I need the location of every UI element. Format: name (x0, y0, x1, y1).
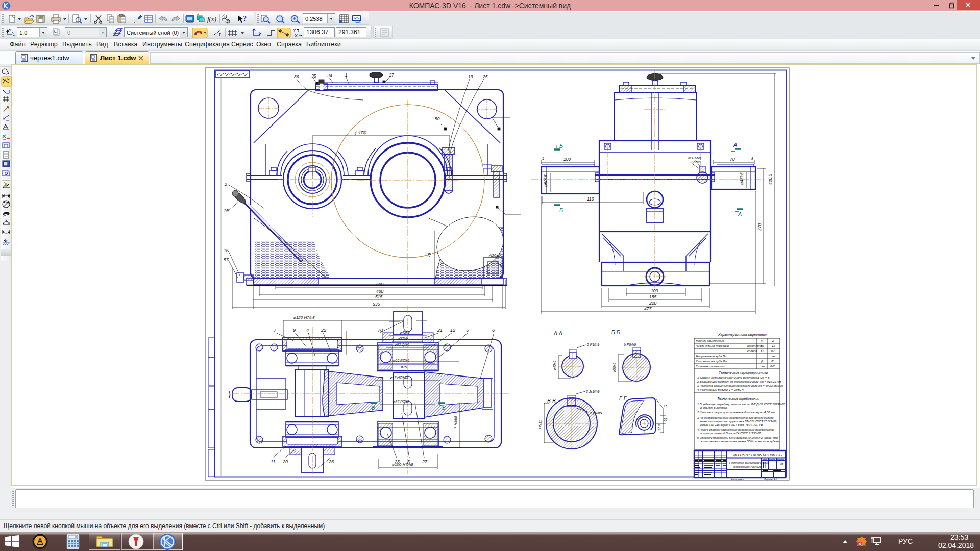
svg-text:А: А (738, 211, 742, 217)
svg-text:ø50k6: ø50k6 (543, 174, 548, 187)
svg-text:21: 21 (437, 328, 443, 333)
svg-text:2: 2 (227, 20, 229, 23)
svg-text:78: 78 (378, 328, 383, 333)
svg-text:4: 4 (306, 328, 309, 333)
svg-text:покрыть смазкой Литол-24 ГОСТ: покрыть смазкой Литол-24 ГОСТ 21150-87. (700, 432, 762, 435)
svg-text:535: 535 (373, 302, 380, 307)
svg-text:1 В зубчатую передачу залить: 1 В зубчатую передачу залить масло И-Т-Д… (697, 403, 786, 406)
svg-text:одноступенчатый: одноступенчатый (733, 465, 762, 468)
svg-text:16: 16 (224, 248, 229, 253)
svg-text:Технические характеристики: Технические характеристики (719, 371, 768, 375)
svg-text:110: 110 (587, 196, 594, 202)
svg-text:в объеме 6 литров.: в объеме 6 литров. (700, 406, 728, 409)
svg-text:1 Общее передаточное число ре: 1 Общее передаточное число редуктора Uр … (697, 375, 770, 379)
svg-text:m: m (761, 339, 763, 342)
svg-text:35: 35 (311, 73, 316, 79)
svg-text:нанести покрытие: грунтовка ГФ: нанести покрытие: грунтовка ГФ-021 ГОСТ … (700, 420, 777, 423)
svg-text:Направление зуба Вл.: Направление зуба Вл. (696, 355, 727, 358)
svg-text:b P9/h9: b P9/h9 (624, 343, 636, 346)
svg-text:57: 57 (224, 257, 229, 262)
svg-text:Редуктор цилиндрический: Редуктор цилиндрический (729, 461, 769, 464)
svg-text:70: 70 (730, 157, 735, 162)
svg-text:600: 600 (376, 282, 383, 287)
svg-text:X: X (295, 33, 298, 38)
svg-text:2: 2 (224, 182, 227, 187)
svg-text:25: 25 (482, 74, 488, 79)
svg-text:2 Вращающий момент на тихоход: 2 Вращающий момент на тихоходном валу Тт… (697, 380, 781, 383)
svg-text:0°: 0° (771, 360, 774, 363)
svg-text:Б: Б (559, 207, 563, 213)
svg-text:3 Js9/h9: 3 Js9/h9 (586, 390, 600, 393)
svg-text:Степень точности: Степень точности (696, 365, 725, 368)
svg-text:1: 1 (345, 72, 348, 78)
svg-text:15: 15 (664, 404, 668, 408)
svg-text:4 Перед сборкой зацепления по: 4 Перед сборкой зацепления посадочные по… (697, 428, 774, 431)
svg-text:ø65 P7/k6: ø65 P7/k6 (393, 359, 409, 362)
svg-text:50: 50 (435, 116, 440, 121)
svg-text:515: 515 (375, 294, 382, 299)
svg-text:Технические требования: Технические требования (717, 397, 760, 401)
svg-text:В: В (372, 405, 375, 411)
svg-text:ø75: ø75 (401, 365, 407, 369)
svg-text:5 Обкатку проводить без нагру: 5 Обкатку проводить без нагрузки не мене… (697, 436, 778, 439)
svg-text:КП.05.01.04.06.00 000 СБ: КП.05.01.04.06.00 000 СБ (733, 453, 782, 457)
svg-text:100: 100 (651, 288, 658, 293)
svg-text:ø52h9: ø52h9 (398, 337, 408, 340)
svg-text:сб: сб (780, 462, 784, 465)
svg-text:ø45к6: ø45к6 (553, 361, 556, 370)
svg-text:Б: Б (559, 143, 563, 149)
svg-text:В: В (442, 405, 446, 411)
svg-text:А: А (733, 142, 737, 148)
svg-text:ø50к6: ø50к6 (612, 363, 616, 372)
svg-text:β: β (761, 360, 763, 363)
svg-text:ø100 H7/h8: ø100 H7/h8 (392, 462, 413, 467)
svg-text:2 Щелочность распространения: 2 Щелочность распространения болтов чере… (697, 411, 775, 414)
svg-text:19: 19 (468, 74, 473, 79)
svg-text:2: 2 (772, 339, 774, 342)
svg-text:7 H9/h8: 7 H9/h8 (454, 416, 457, 429)
svg-text:b p9/h9: b p9/h9 (590, 411, 602, 415)
svg-text:480: 480 (376, 289, 383, 294)
svg-text:ø45k9: ø45k9 (400, 331, 410, 334)
svg-text:100: 100 (564, 157, 571, 162)
svg-text:15: 15 (224, 208, 229, 213)
svg-text:(≈470): (≈470) (355, 130, 366, 135)
svg-text:5: 5 (542, 157, 544, 160)
svg-text:А20х2: А20х2 (488, 253, 501, 258)
svg-text:?: ? (243, 15, 247, 22)
svg-text:3 Частота вращения быстроходн: 3 Частота вращения быстроходного вала nб… (697, 384, 783, 387)
svg-text:20: 20 (282, 459, 288, 464)
svg-text:ø67 P7/k6: ø67 P7/k6 (393, 400, 409, 404)
svg-text:ø45k6: ø45k6 (739, 172, 744, 185)
svg-text:270: 270 (757, 223, 762, 231)
svg-text:11: 11 (772, 344, 775, 347)
svg-text:эмаль ПФ-115 серая ГОСТ 6465-7: эмаль ПФ-115 серая ГОСТ 6465-76 IV, У2, … (700, 423, 764, 427)
svg-text:Характеристика зацепления: Характеристика зацепления (718, 333, 767, 337)
svg-text:Формат А1: Формат А1 (764, 478, 777, 481)
svg-text:185: 185 (649, 294, 656, 299)
svg-text:17: 17 (389, 72, 394, 78)
svg-text:420,5: 420,5 (768, 173, 773, 185)
svg-text:62: 62 (771, 349, 775, 353)
svg-text:1: 1 (224, 15, 226, 19)
svg-text:78: 78 (427, 253, 432, 258)
svg-text:477: 477 (644, 306, 651, 311)
svg-text:77к11: 77к11 (538, 420, 542, 430)
svg-text:27: 27 (422, 459, 428, 464)
svg-text:20: 20 (663, 418, 668, 421)
svg-text:ø62 Q/k6: ø62 Q/k6 (395, 343, 409, 347)
svg-text:22: 22 (321, 328, 326, 333)
svg-text:—: — (772, 355, 776, 358)
svg-text:Б-Б: Б-Б (611, 330, 620, 335)
svg-text:Угол наклона зуба Вл.: Угол наклона зуба Вл. (695, 360, 728, 363)
svg-text:этом пятно контакта не менее 5: этом пятно контакта не менее 50% по высо… (700, 440, 780, 443)
svg-text:4 Расчетный ресурс L = 2980 ч: 4 Расчетный ресурс L = 2980 ч (697, 388, 744, 391)
svg-text:220: 220 (649, 300, 656, 306)
svg-text:12: 12 (450, 328, 455, 333)
svg-text:Число зубьев передачи: Число зубьев передачи (696, 344, 729, 347)
svg-text:9: 9 (293, 328, 296, 333)
svg-text:Г-Г: Г-Г (619, 396, 627, 402)
svg-text:36: 36 (294, 74, 299, 79)
svg-text:f(x): f(x) (207, 15, 216, 23)
svg-text:Копировал: Копировал (731, 478, 744, 481)
